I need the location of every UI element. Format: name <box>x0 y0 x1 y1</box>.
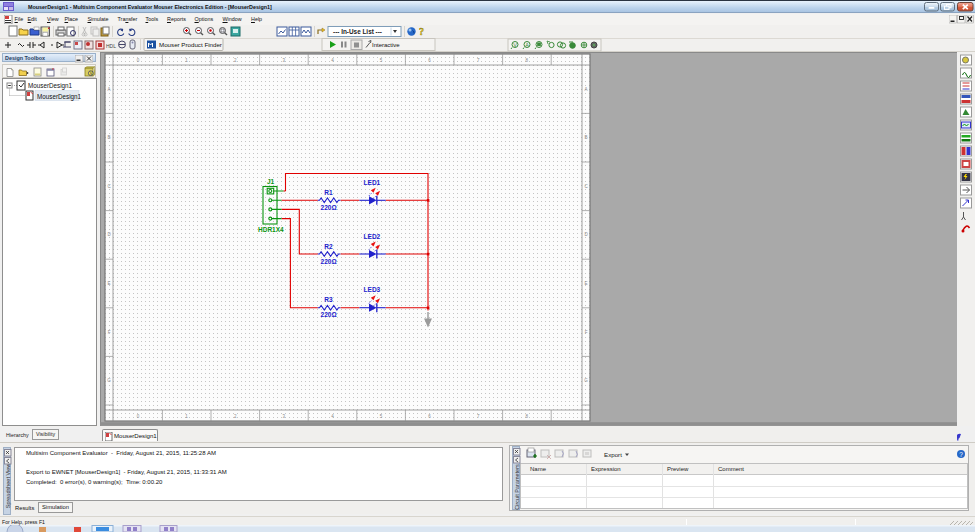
svg-text:V: V <box>513 42 517 48</box>
svg-text:Mouser Product Finder: Mouser Product Finder <box>159 41 222 48</box>
svg-text:E: E <box>584 281 587 286</box>
svg-text:R3: R3 <box>324 296 333 303</box>
svg-text:F: F <box>585 330 588 335</box>
svg-text:MouserDesign1: MouserDesign1 <box>28 82 73 90</box>
svg-text:A: A <box>584 87 587 92</box>
svg-text:220Ω: 220Ω <box>321 311 337 318</box>
svg-text:LED1: LED1 <box>364 179 381 186</box>
svg-text:?: ? <box>959 451 963 458</box>
svg-text:E: E <box>107 281 110 286</box>
svg-text:Export: Export <box>604 451 622 458</box>
svg-text:J1: J1 <box>267 178 275 185</box>
svg-text:B: B <box>107 135 110 140</box>
svg-text:LED2: LED2 <box>364 233 381 240</box>
svg-text:LED3: LED3 <box>364 286 381 293</box>
svg-text:220Ω: 220Ω <box>321 258 337 265</box>
svg-text:G: G <box>107 378 111 383</box>
svg-text:A: A <box>525 42 529 48</box>
svg-text:Interactive: Interactive <box>372 42 400 48</box>
svg-text:A: A <box>107 87 110 92</box>
svg-text:V: V <box>89 71 92 76</box>
svg-text:F: F <box>108 330 111 335</box>
svg-text:B: B <box>584 135 587 140</box>
svg-text:220Ω: 220Ω <box>321 204 337 211</box>
svg-text:MouserDesign1: MouserDesign1 <box>37 93 82 101</box>
svg-text:HDR1X4: HDR1X4 <box>258 226 284 233</box>
svg-text:--- In-Use List ---: --- In-Use List --- <box>333 28 382 35</box>
svg-text:HDL: HDL <box>106 43 116 49</box>
svg-text:?: ? <box>419 26 424 37</box>
svg-text:G: G <box>584 378 588 383</box>
svg-text:R1: R1 <box>324 189 333 196</box>
svg-text:R2: R2 <box>324 243 333 250</box>
svg-text:*: * <box>52 68 54 73</box>
